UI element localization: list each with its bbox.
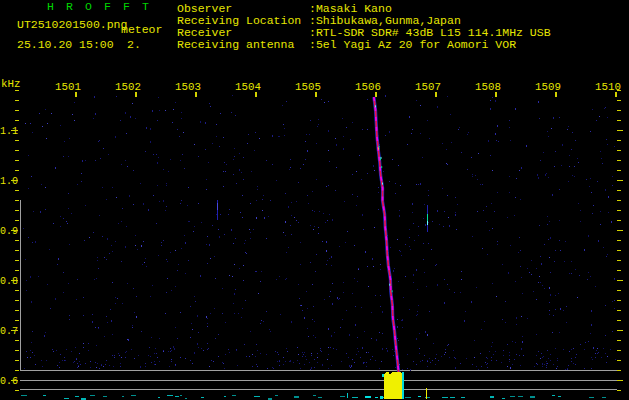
time-axis: 1501150215031504150515061507150815091510 xyxy=(55,81,621,97)
noise-baseline xyxy=(21,393,606,400)
spectrogram-plot: kHz1.11.00.90.80.70.61501150215031504150… xyxy=(0,0,629,400)
noise-dots xyxy=(23,95,616,371)
carrier-trace xyxy=(374,97,401,399)
time-tick-label: 1510 xyxy=(595,81,621,93)
freq-unit-label: kHz xyxy=(1,78,20,90)
level-burst xyxy=(380,372,427,399)
freq-tick-label: 0.6 xyxy=(0,376,18,387)
time-tick-label: 1508 xyxy=(475,81,501,93)
right-tick-scale xyxy=(617,90,623,391)
freq-axis: kHz1.11.00.90.80.70.6 xyxy=(0,78,20,391)
time-tick-label: 1503 xyxy=(175,81,201,93)
echo-streaks xyxy=(217,200,428,232)
freq-tick-label: 0.9 xyxy=(0,226,18,237)
freq-tick-label: 1.0 xyxy=(0,176,18,187)
hrofft-window: H R O F F T UT2510201500.png meteor 25.1… xyxy=(0,0,629,400)
time-tick-label: 1502 xyxy=(115,81,141,93)
frame-lines xyxy=(20,200,617,390)
time-tick-label: 1505 xyxy=(295,81,321,93)
time-tick-label: 1507 xyxy=(415,81,441,93)
time-tick-label: 1501 xyxy=(55,81,81,93)
time-tick-label: 1504 xyxy=(235,81,261,93)
freq-tick-label: 1.1 xyxy=(0,126,18,137)
level-spike xyxy=(426,388,428,399)
time-tick-label: 1509 xyxy=(535,81,561,93)
time-tick-label: 1506 xyxy=(355,81,381,93)
freq-tick-label: 0.7 xyxy=(0,326,18,337)
freq-tick-label: 0.8 xyxy=(0,276,18,287)
